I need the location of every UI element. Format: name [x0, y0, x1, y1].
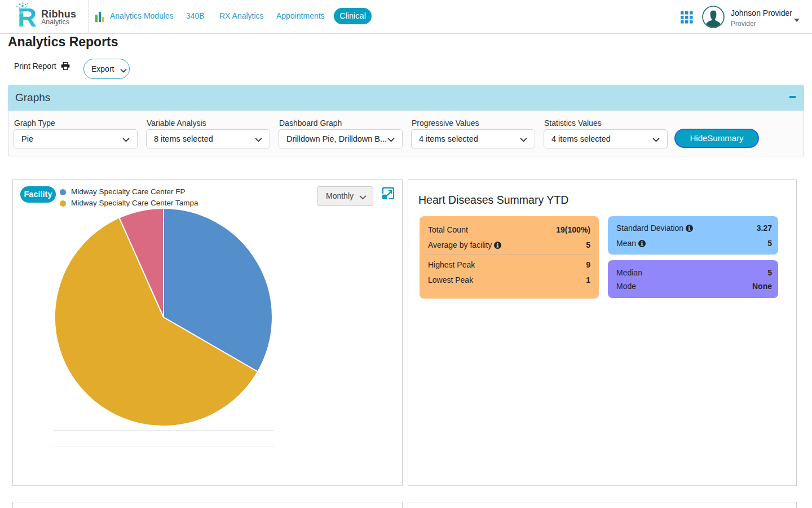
svg-text:BHUS: BHUS [19, 10, 30, 14]
